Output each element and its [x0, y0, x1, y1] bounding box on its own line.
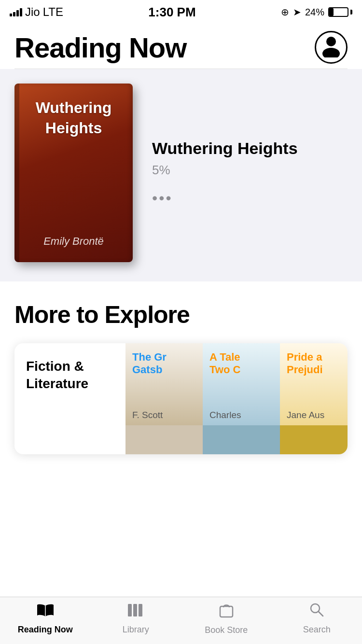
profile-button[interactable] — [315, 31, 348, 64]
card-label: Fiction & Literature — [26, 358, 114, 393]
current-book-section: Wuthering Heights Emily Brontë Wuthering… — [0, 69, 362, 281]
nav-bookstore-label: Book Store — [205, 625, 248, 635]
book-cover[interactable]: Wuthering Heights Emily Brontë — [14, 84, 133, 262]
pride-cover: Pride aPrejudi Jane Aus — [280, 343, 348, 425]
svg-rect-3 — [128, 604, 132, 616]
svg-rect-6 — [220, 606, 233, 617]
page-title: Reading Now — [14, 31, 186, 64]
pride-bottom — [280, 425, 348, 454]
mini-book-gatsby[interactable]: The GrGatsb F. Scott — [125, 343, 203, 454]
bottom-navigation: Reading Now Library Book Store — [0, 597, 362, 644]
carrier-name: Jio — [25, 5, 40, 19]
card-label-container: Fiction & Literature — [14, 343, 125, 454]
book-cover-author: Emily Brontë — [26, 235, 121, 248]
bag-icon — [219, 602, 234, 622]
tale-title: A TaleTwo C — [209, 351, 273, 377]
status-right: ⊕ ➤ 24% — [281, 6, 352, 18]
explore-title: More to Explore — [14, 301, 348, 329]
svg-rect-4 — [133, 604, 137, 616]
status-left: Jio LTE — [10, 5, 63, 19]
pride-author: Jane Aus — [287, 410, 348, 420]
gatsby-bottom — [125, 425, 203, 454]
explore-section: More to Explore Fiction & Literature The… — [0, 281, 362, 464]
svg-rect-5 — [139, 604, 142, 616]
gatsby-author: F. Scott — [132, 410, 196, 420]
book-cover-title: Wuthering Heights — [26, 98, 121, 138]
nav-library-label: Library — [123, 625, 149, 635]
signal-icon — [10, 8, 22, 16]
book-info: Wuthering Heights 5% ••• — [152, 139, 348, 207]
pride-title: Pride aPrejudi — [287, 351, 348, 377]
status-bar: Jio LTE 1:30 PM ⊕ ➤ 24% — [0, 0, 362, 21]
books-row: The GrGatsb F. Scott A TaleTwo C Charles… — [125, 343, 348, 454]
page-header: Reading Now — [0, 21, 362, 69]
mini-book-pride[interactable]: Pride aPrejudi Jane Aus — [280, 343, 348, 454]
svg-line-8 — [319, 612, 323, 616]
tale-cover: A TaleTwo C Charles — [203, 343, 280, 425]
nav-library[interactable]: Library — [91, 602, 181, 635]
book-open-icon — [36, 602, 55, 622]
search-icon — [309, 602, 324, 622]
status-time: 1:30 PM — [148, 5, 195, 20]
book-progress: 5% — [152, 163, 348, 178]
location-icon: ➤ — [293, 6, 301, 18]
svg-point-0 — [326, 37, 336, 46]
library-icon — [127, 602, 144, 622]
gatsby-title: The GrGatsb — [132, 351, 196, 377]
profile-silhouette-icon — [319, 33, 343, 61]
nav-reading-now[interactable]: Reading Now — [0, 602, 91, 635]
nav-search[interactable]: Search — [272, 602, 362, 635]
battery-icon — [328, 7, 352, 17]
nav-bookstore[interactable]: Book Store — [181, 602, 272, 635]
mini-book-tale[interactable]: A TaleTwo C Charles — [203, 343, 280, 454]
fiction-card[interactable]: Fiction & Literature The GrGatsb F. Scot… — [14, 343, 348, 454]
network-type: LTE — [43, 5, 63, 19]
nav-reading-now-label: Reading Now — [18, 625, 73, 635]
battery-percent: 24% — [305, 7, 324, 18]
tale-bottom — [203, 425, 280, 454]
book-title: Wuthering Heights — [152, 139, 348, 158]
svg-point-1 — [322, 48, 340, 57]
book-more-button[interactable]: ••• — [152, 189, 173, 207]
tale-author: Charles — [209, 410, 273, 420]
privacy-icon: ⊕ — [281, 6, 289, 18]
nav-search-label: Search — [303, 625, 331, 635]
gatsby-cover: The GrGatsb F. Scott — [125, 343, 203, 425]
